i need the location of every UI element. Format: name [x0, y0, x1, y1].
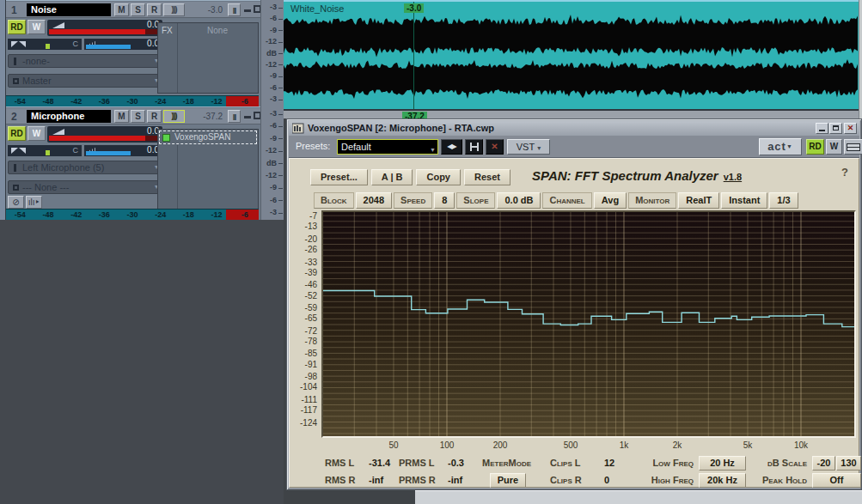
spectrum-display	[321, 210, 856, 438]
ruler-tick-label: -3	[270, 209, 284, 216]
plugin-titlebar[interactable]: VoxengoSPAN [2: Microphone] - RTA.cwp ✕	[289, 121, 859, 136]
clips-pane: White_Noise -3.0 -37.2	[284, 0, 862, 118]
input-select[interactable]: Left Microphone (5) ▾	[8, 161, 162, 174]
plugin-write-automation-button[interactable]: W	[826, 139, 842, 155]
clips-l-value: 12	[604, 458, 614, 468]
y-tick-label: -59	[305, 303, 317, 313]
scrollbar[interactable]	[859, 0, 862, 118]
pan-center-marker	[46, 150, 50, 155]
track-pane-edge	[0, 0, 6, 220]
volume-slider[interactable]: 0.0	[47, 126, 162, 143]
record-arm-button[interactable]: R	[147, 110, 162, 123]
monitor-instant-button[interactable]: Instant	[721, 192, 767, 209]
preset-combobox[interactable]: Default ▼	[337, 139, 438, 155]
mute-button[interactable]: M	[114, 3, 129, 16]
track-name[interactable]: Microphone	[27, 110, 111, 123]
block-size-button[interactable]: 2048	[356, 192, 392, 209]
meter-tick-label: -18	[174, 96, 203, 106]
gain-slider[interactable]: 0.0	[84, 145, 162, 156]
ruler-tick-label: -9	[270, 135, 284, 143]
act-button[interactable]: act▼	[759, 138, 802, 155]
chevron-down-icon: ▼	[786, 143, 793, 149]
pan-value: C	[73, 146, 79, 155]
plugin-body: ? Preset... A | B Copy Reset SPAN: FFT S…	[289, 158, 859, 488]
y-tick-label: -65	[305, 313, 317, 323]
maximize-window-icon[interactable]	[829, 123, 842, 134]
output-value: Master	[22, 75, 52, 87]
peak-hold-label: Peak Hold	[754, 475, 807, 485]
delete-preset-button[interactable]: ✕	[486, 139, 504, 155]
pan-slider[interactable]: C	[8, 39, 82, 50]
volume-slider[interactable]: 0.0	[47, 20, 162, 36]
db-scale-range-button[interactable]: 130	[836, 456, 861, 471]
audio-clip-white-noise[interactable]: White_Noise -3.0	[284, 2, 859, 109]
fx-plugin-entry[interactable]: VoxengoSPAN	[159, 131, 257, 144]
input-echo-icon[interactable]: )))	[163, 3, 185, 16]
solo-button[interactable]: S	[131, 3, 145, 16]
db-scale-offset-button[interactable]: -20	[812, 456, 835, 471]
write-automation-button[interactable]: W	[28, 126, 46, 141]
prev-next-preset-button[interactable]: ◀▶	[441, 139, 462, 155]
meter-options-icon[interactable]: |||	[228, 110, 241, 123]
mute-button[interactable]: M	[114, 110, 129, 123]
low-freq-button[interactable]: 20 Hz	[699, 456, 746, 471]
meter-tick-label: -54	[6, 96, 34, 106]
solo-button[interactable]: S	[131, 110, 145, 123]
chevron-down-icon: ▼	[430, 143, 436, 157]
output-icon	[13, 78, 19, 84]
meter-options-icon[interactable]: |||	[228, 3, 241, 16]
y-tick-label: -33	[305, 258, 317, 267]
plugin-header-buttons: Preset... A | B Copy Reset	[310, 169, 510, 185]
monitor-realt-button[interactable]: RealT	[678, 192, 719, 209]
minimize-track-icon[interactable]	[244, 116, 251, 118]
copy-button[interactable]: Copy	[416, 169, 461, 185]
meter-tick-label: -30	[119, 96, 147, 106]
fx-enabled-led[interactable]	[162, 134, 170, 142]
pan-icon	[19, 41, 26, 47]
plugin-version-link[interactable]: v1.8	[724, 172, 742, 182]
channel-button[interactable]: Avg	[594, 192, 627, 209]
close-window-icon[interactable]: ✕	[844, 123, 857, 134]
plugin-read-automation-button[interactable]: RD	[806, 139, 824, 155]
minimize-window-icon[interactable]	[816, 123, 828, 134]
ruler-tick-label: -6	[270, 197, 284, 204]
clips-r-label: Clips R	[550, 475, 582, 485]
speed-label: Speed	[394, 192, 432, 209]
meter-tick-label: -12	[203, 96, 231, 106]
high-freq-button[interactable]: 20k Hz	[699, 473, 746, 488]
fx-bypass-button[interactable]: ⊘	[8, 196, 24, 209]
metermode-button[interactable]: Pure	[490, 473, 526, 488]
output-select[interactable]: Master ▾	[8, 74, 162, 88]
read-automation-button[interactable]: RD	[8, 20, 26, 34]
track-name[interactable]: Noise	[27, 3, 111, 16]
fx-bin[interactable]: VoxengoSPAN	[157, 129, 259, 215]
input-echo-icon-active[interactable]: )))	[163, 110, 185, 123]
reset-button[interactable]: Reset	[464, 169, 510, 185]
waveform-preview-button[interactable]: ılı‣	[26, 196, 42, 209]
monitor-third-octave-button[interactable]: 1/3	[769, 192, 798, 209]
read-automation-button[interactable]: RD	[8, 126, 26, 141]
pan-slider[interactable]: C	[8, 145, 82, 156]
preset-button[interactable]: Preset...	[310, 169, 368, 185]
background-window-edge	[415, 490, 862, 504]
peak-hold-button[interactable]: Off	[812, 473, 861, 488]
save-preset-button[interactable]	[465, 139, 483, 155]
slope-button[interactable]: 0.0 dB	[497, 192, 541, 209]
minimize-track-icon[interactable]	[244, 9, 251, 12]
fx-bin[interactable]: FX None	[157, 22, 259, 94]
keyboard-shortcuts-button[interactable]	[844, 139, 862, 155]
clip-lane-2-sliver: -37.2	[284, 109, 862, 118]
help-icon[interactable]: ?	[841, 166, 848, 179]
gain-slider[interactable]: 0.0	[84, 39, 162, 50]
input-select[interactable]: -none- ▾	[8, 54, 162, 68]
output-select[interactable]: --- None --- ▾	[8, 180, 162, 194]
vst-menu-button[interactable]: VST▾	[507, 139, 550, 155]
output-icon	[13, 185, 19, 191]
ab-compare-button[interactable]: A | B	[371, 169, 413, 185]
clips-r-value: 0	[604, 475, 609, 485]
track-2: 2 Microphone M S R ))) -37.2 ||| RD W 0.…	[6, 106, 260, 220]
speed-button[interactable]: 8	[434, 192, 455, 209]
write-automation-button[interactable]: W	[28, 20, 46, 34]
record-arm-button[interactable]: R	[147, 3, 162, 16]
volume-ramp-icon	[52, 22, 64, 28]
